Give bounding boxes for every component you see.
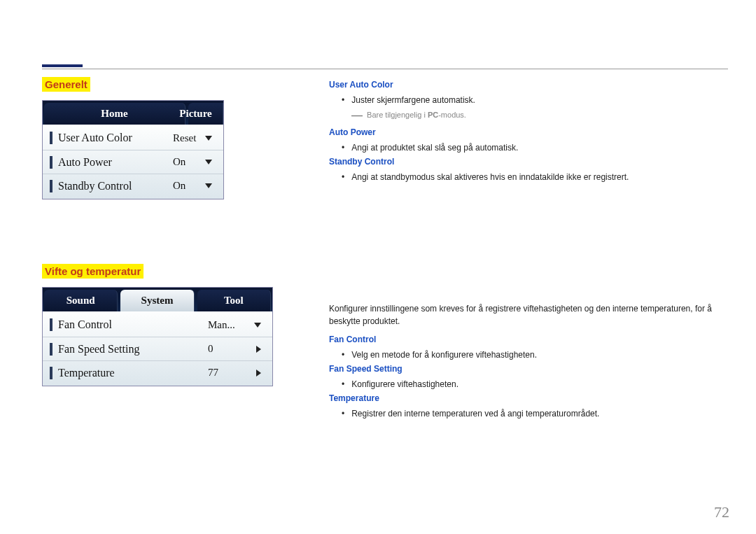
- tab-label: Tool: [224, 295, 244, 307]
- tab-picture[interactable]: Picture: [188, 103, 223, 125]
- row-marker-icon: [50, 343, 52, 356]
- row-value-dropdown[interactable]: On: [169, 178, 216, 194]
- row-label: User Auto Color: [58, 132, 169, 144]
- tab-system[interactable]: System: [120, 290, 194, 311]
- row-marker-icon: [50, 132, 52, 144]
- row-value-text: Man...: [208, 319, 235, 331]
- row-value-dropdown[interactable]: On: [169, 155, 216, 170]
- desc-heading-standby-control: Standby Control: [329, 157, 714, 167]
- desc-text: Velg en metode for å konfigurere vifteha…: [351, 349, 537, 361]
- desc-heading-temperature: Temperature: [329, 393, 714, 403]
- desc-heading-fan-control: Fan Control: [329, 335, 714, 344]
- bullet-icon: •: [342, 171, 344, 183]
- tab-home[interactable]: Home: [44, 103, 186, 125]
- row-fan-control[interactable]: Fan Control Man...: [43, 313, 272, 337]
- row-value-text: On: [173, 156, 186, 168]
- desc-intro: Konfigurer innstillingene som kreves for…: [329, 302, 714, 328]
- row-auto-power[interactable]: Auto Power On: [43, 150, 223, 174]
- note-bold: PC: [428, 111, 438, 119]
- bullet-icon: •: [342, 378, 344, 391]
- tab-label: Sound: [66, 295, 95, 307]
- desc-heading-fan-speed-setting: Fan Speed Setting: [329, 364, 714, 374]
- header-accent-bar: [42, 64, 83, 67]
- row-standby-control[interactable]: Standby Control On: [43, 174, 223, 197]
- desc-text: Angi at standbymodus skal aktiveres hvis…: [351, 171, 629, 183]
- tab-tool[interactable]: Tool: [197, 290, 271, 311]
- note-suffix: -modus.: [438, 111, 466, 119]
- header-divider: [42, 69, 728, 69]
- row-marker-icon: [50, 367, 52, 379]
- chevron-right-icon: [256, 370, 261, 377]
- tabbar-generelt: Home Picture: [43, 101, 223, 125]
- row-value-text: Reset: [173, 132, 196, 144]
- row-value-spinner[interactable]: 77: [204, 365, 265, 381]
- bullet-icon: •: [342, 141, 344, 154]
- settings-panel-vifte: Sound System Tool Fan Control Man...: [42, 287, 273, 386]
- desc-bullet: • Konfigurere viftehastigheten.: [342, 378, 714, 391]
- section-generelt: Generelt Home Picture User Auto Color Re…: [42, 77, 322, 199]
- desc-text: Juster skjermfargene automatisk.: [351, 94, 475, 106]
- desc-bullet: • Juster skjermfargene automatisk.: [342, 94, 714, 106]
- row-marker-icon: [50, 318, 52, 331]
- row-user-auto-color[interactable]: User Auto Color Reset: [43, 126, 223, 150]
- row-value-dropdown[interactable]: Reset: [169, 130, 216, 146]
- row-label: Standby Control: [58, 180, 169, 192]
- section-heading-vifte: Vifte og temperatur: [42, 264, 144, 279]
- desc-bullet: • Velg en metode for å konfigurere vifte…: [342, 349, 714, 361]
- chevron-down-icon: [205, 136, 212, 141]
- row-label: Temperature: [58, 367, 204, 379]
- dash-icon: ―: [351, 109, 363, 121]
- bullet-icon: •: [342, 94, 344, 106]
- row-value-text: On: [173, 180, 186, 192]
- desc-bullet: • Angi at standbymodus skal aktiveres hv…: [342, 171, 714, 183]
- note-prefix: Bare tilgjengelig i: [367, 111, 428, 119]
- row-value-spinner[interactable]: 0: [204, 342, 265, 357]
- page-number: 72: [714, 503, 729, 521]
- section-vifte: Vifte og temperatur Sound System Tool Fa…: [42, 264, 322, 386]
- row-marker-icon: [50, 180, 52, 192]
- desc-bullet: • Registrer den interne temperaturen ved…: [342, 407, 714, 420]
- row-fan-speed-setting[interactable]: Fan Speed Setting 0: [43, 337, 272, 360]
- desc-text: Konfigurere viftehastigheten.: [351, 378, 458, 391]
- desc-block-generelt: User Auto Color • Juster skjermfargene a…: [329, 80, 714, 183]
- tab-label: Picture: [179, 108, 211, 120]
- chevron-right-icon: [256, 346, 261, 353]
- desc-text: Angi at produktet skal slå seg på automa…: [351, 141, 518, 154]
- desc-bullet: • Angi at produktet skal slå seg på auto…: [342, 141, 714, 154]
- desc-heading-user-auto-color: User Auto Color: [329, 80, 714, 90]
- chevron-down-icon: [254, 323, 261, 328]
- row-temperature[interactable]: Temperature 77: [43, 360, 272, 384]
- bullet-icon: •: [342, 407, 344, 420]
- desc-text: Registrer den interne temperaturen ved å…: [351, 407, 599, 420]
- row-label: Fan Speed Setting: [58, 343, 204, 356]
- tabbar-vifte: Sound System Tool: [43, 288, 272, 311]
- desc-block-vifte: Konfigurer innstillingene som kreves for…: [329, 302, 714, 420]
- desc-note: ― Bare tilgjengelig i PC-modus.: [351, 109, 714, 122]
- tab-label: System: [141, 295, 174, 307]
- settings-panel-generelt: Home Picture User Auto Color Reset: [42, 100, 224, 199]
- chevron-down-icon: [205, 183, 212, 188]
- desc-heading-auto-power: Auto Power: [329, 127, 714, 137]
- row-label: Fan Control: [58, 318, 204, 331]
- section-heading-generelt: Generelt: [42, 77, 90, 92]
- tab-label: Home: [101, 108, 127, 120]
- bullet-icon: •: [342, 349, 344, 361]
- row-value-text: 77: [208, 367, 218, 379]
- row-value-dropdown[interactable]: Man...: [204, 317, 265, 332]
- row-label: Auto Power: [58, 156, 169, 169]
- chevron-down-icon: [205, 160, 212, 164]
- row-marker-icon: [50, 156, 52, 169]
- tab-sound[interactable]: Sound: [44, 290, 118, 311]
- row-value-text: 0: [208, 343, 214, 355]
